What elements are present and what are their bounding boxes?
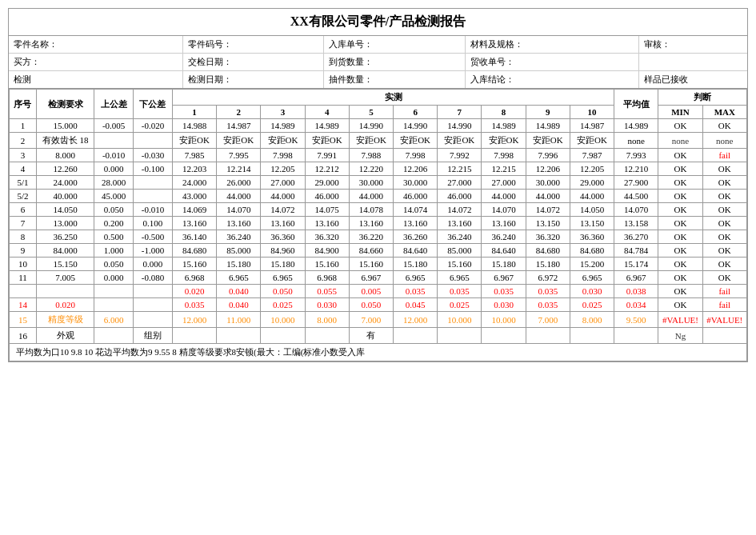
- meas-cell-4: 6.968: [305, 271, 349, 285]
- col-meas-8: 8: [482, 106, 526, 119]
- info-part-name: 零件名称：: [9, 36, 183, 53]
- meas-cell-7: 14.072: [438, 203, 482, 217]
- meas-cell-6: 安距OK: [394, 133, 438, 149]
- meas-cell-6: 0.045: [394, 298, 438, 312]
- meas-cell-7: 12.215: [438, 162, 482, 176]
- meas-cell-1: 14.988: [172, 119, 216, 133]
- meas-cell-3: 12.205: [261, 162, 305, 176]
- meas-cell-5: 44.000: [349, 190, 393, 203]
- meas-cell-3: 7.998: [261, 149, 305, 162]
- meas-cell-4: 安距OK: [305, 133, 349, 149]
- meas-cell-6: 15.180: [394, 258, 438, 271]
- table-body: 115.000-0.005-0.02014.98814.98714.98914.…: [10, 119, 747, 361]
- info-row-3: 检测 检测日期： 抽件数量： 入库结论： 样品已接收: [9, 71, 747, 88]
- footer-text: 平均数为口10 9.8 10 花边平均数为9 9.55 8 精度等级要求8安顿(…: [10, 344, 747, 361]
- meas-cell-6: 6.965: [394, 271, 438, 285]
- meas-cell-8: 14.070: [482, 203, 526, 217]
- report-title: ΧΧ有限公司零件/产品检测报告: [9, 9, 747, 36]
- meas-cell-10: 14.050: [570, 203, 614, 217]
- meas-cell-4: 13.160: [305, 217, 349, 230]
- meas-cell-1: 14.069: [172, 203, 216, 217]
- meas-cell-4: 0.055: [305, 285, 349, 298]
- meas-cell-4: 15.160: [305, 258, 349, 271]
- info-check-date: 交检日期：: [183, 54, 325, 70]
- meas-cell-7: 10.000: [438, 312, 482, 328]
- meas-cell-4: 36.320: [305, 230, 349, 244]
- table-row: 38.000-0.010-0.0307.9857.9957.9987.9917.…: [10, 149, 747, 162]
- col-avg-header: 平均值: [614, 90, 658, 119]
- meas-cell-6: 13.160: [394, 217, 438, 230]
- meas-cell-10: 13.150: [570, 217, 614, 230]
- meas-cell-8: 44.000: [482, 190, 526, 203]
- meas-cell-7: 安距OK: [438, 133, 482, 149]
- meas-cell-2: 12.214: [217, 162, 261, 176]
- table-row: 117.0050.000-0.0806.9686.9656.9656.9686.…: [10, 271, 747, 285]
- meas-cell-6: 36.260: [394, 230, 438, 244]
- col-seqno-header: 序号: [10, 90, 37, 119]
- meas-cell-5: 6.967: [349, 271, 393, 285]
- col-judge-header: 判断: [658, 90, 747, 106]
- col-upper-header: 上公差: [94, 90, 134, 119]
- meas-cell-1: 12.203: [172, 162, 216, 176]
- table-row: 16外观组别有Ng: [10, 328, 747, 344]
- meas-cell-3: 14.072: [261, 203, 305, 217]
- meas-cell-8: 0.030: [482, 298, 526, 312]
- col-meas-7: 7: [438, 106, 482, 119]
- meas-cell-2: 0.040: [217, 285, 261, 298]
- report-container: ΧΧ有限公司零件/产品检测报告 零件名称： 零件码号： 入库单号： 材料及规格：…: [8, 8, 748, 362]
- col-meas-4: 4: [305, 106, 349, 119]
- meas-cell-2: 44.000: [217, 190, 261, 203]
- meas-cell-6: 12.000: [394, 312, 438, 328]
- table-row: 5/124.00028.00024.00026.00027.00029.0003…: [10, 176, 747, 190]
- col-meas-9: 9: [526, 106, 570, 119]
- info-material: 材料及规格：: [466, 36, 640, 53]
- meas-cell-4: 29.000: [305, 176, 349, 190]
- meas-cell-1: 36.140: [172, 230, 216, 244]
- meas-cell-10: 8.000: [570, 312, 614, 328]
- meas-cell-8: [482, 328, 526, 344]
- meas-cell-6: 84.640: [394, 244, 438, 258]
- meas-cell-8: 7.998: [482, 149, 526, 162]
- meas-cell-7: 0.035: [438, 285, 482, 298]
- meas-cell-10: [570, 328, 614, 344]
- meas-cell-8: 13.160: [482, 217, 526, 230]
- col-lower-header: 下公差: [134, 90, 173, 119]
- info-buyer: 买方：: [9, 54, 183, 70]
- meas-cell-5: 36.220: [349, 230, 393, 244]
- meas-cell-9: [526, 328, 570, 344]
- meas-cell-3: 84.960: [261, 244, 305, 258]
- meas-cell-7: 36.240: [438, 230, 482, 244]
- meas-cell-10: 14.987: [570, 119, 614, 133]
- meas-cell-7: 27.000: [438, 176, 482, 190]
- meas-cell-3: 0.050: [261, 285, 305, 298]
- meas-cell-7: 13.160: [438, 217, 482, 230]
- meas-cell-7: 14.990: [438, 119, 482, 133]
- meas-cell-8: 14.989: [482, 119, 526, 133]
- meas-cell-1: 安距OK: [172, 133, 216, 149]
- meas-cell-1: 12.000: [172, 312, 216, 328]
- meas-cell-5: 0.005: [349, 285, 393, 298]
- meas-cell-9: 7.000: [526, 312, 570, 328]
- footer-row: 平均数为口10 9.8 10 花边平均数为9 9.55 8 精度等级要求8安顿(…: [10, 344, 747, 361]
- table-row: 0.0200.0400.0500.0550.0050.0350.0350.035…: [10, 285, 747, 298]
- meas-cell-2: 13.160: [217, 217, 261, 230]
- meas-cell-3: 27.000: [261, 176, 305, 190]
- meas-cell-6: 14.990: [394, 119, 438, 133]
- table-row: 2有效齿长 18安距OK安距OK安距OK安距OK安距OK安距OK安距OK安距OK…: [10, 133, 747, 149]
- meas-cell-5: 84.660: [349, 244, 393, 258]
- meas-cell-9: 14.989: [526, 119, 570, 133]
- meas-cell-2: 14.070: [217, 203, 261, 217]
- meas-cell-4: [305, 328, 349, 344]
- meas-cell-4: 7.991: [305, 149, 349, 162]
- meas-cell-9: 15.180: [526, 258, 570, 271]
- meas-cell-3: 13.160: [261, 217, 305, 230]
- meas-cell-6: [394, 328, 438, 344]
- meas-cell-10: 6.965: [570, 271, 614, 285]
- table-row: 984.0001.000-1.00084.68085.00084.96084.9…: [10, 244, 747, 258]
- meas-cell-10: 84.680: [570, 244, 614, 258]
- info-detection: 检测: [9, 71, 183, 88]
- meas-cell-6: 12.206: [394, 162, 438, 176]
- meas-cell-5: 14.078: [349, 203, 393, 217]
- meas-cell-3: [261, 328, 305, 344]
- meas-cell-1: 7.985: [172, 149, 216, 162]
